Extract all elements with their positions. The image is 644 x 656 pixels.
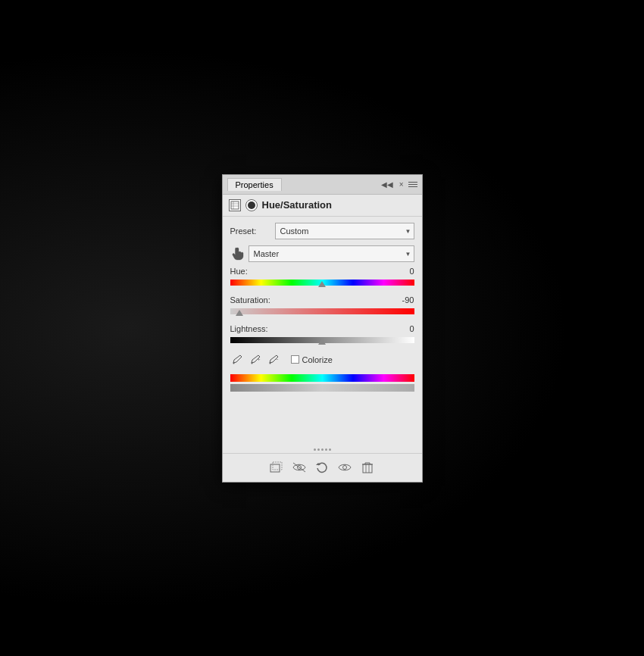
lightness-thumb[interactable] xyxy=(318,339,326,345)
close-button[interactable]: × xyxy=(398,180,405,189)
lightness-slider-track[interactable] xyxy=(230,335,414,345)
saturation-gradient-bar xyxy=(230,308,414,314)
svg-point-14 xyxy=(343,466,347,470)
tab-properties[interactable]: Properties xyxy=(227,178,282,191)
layers-icon xyxy=(229,199,241,211)
reset-icon[interactable] xyxy=(314,460,330,475)
hue-label: Hue: xyxy=(230,267,248,276)
preset-label: Preset: xyxy=(230,226,272,236)
eyedropper-add-icon[interactable]: + xyxy=(249,353,262,367)
svg-point-8 xyxy=(269,362,270,364)
saturation-thumb[interactable] xyxy=(236,310,243,316)
preset-dropdown-container: Custom Default Cyanotype Sepia ▼ xyxy=(275,223,414,239)
visibility-icon[interactable] xyxy=(292,460,307,475)
adjustment-title: Hue/Saturation xyxy=(262,199,332,211)
properties-panel: Properties ◀◀ × Hue/Saturation xyxy=(222,174,423,483)
saturation-value: -90 xyxy=(402,295,414,305)
saturation-label: Saturation: xyxy=(230,295,270,305)
svg-text:+: + xyxy=(258,357,261,361)
saturation-header: Saturation: -90 xyxy=(230,295,414,305)
collapse-button[interactable]: ◀◀ xyxy=(380,180,395,189)
colorize-row: Colorize xyxy=(291,355,333,364)
colorize-checkbox[interactable] xyxy=(291,355,299,364)
hue-thumb[interactable] xyxy=(318,281,326,287)
preset-dropdown[interactable]: Custom Default Cyanotype Sepia xyxy=(275,223,414,239)
hue-slider-track[interactable] xyxy=(230,277,414,288)
lightness-value: 0 xyxy=(409,324,414,333)
preset-row: Preset: Custom Default Cyanotype Sepia ▼ xyxy=(230,223,414,239)
svg-point-5 xyxy=(233,362,234,364)
panel-titlebar: Properties ◀◀ × xyxy=(223,175,422,195)
lightness-section: Lightness: 0 xyxy=(230,324,414,345)
lightness-label: Lightness: xyxy=(230,324,268,333)
panel-menu-icon[interactable] xyxy=(408,182,417,187)
svg-rect-10 xyxy=(270,464,280,472)
saturation-slider-track[interactable] xyxy=(230,306,414,317)
panel-tabs: Properties xyxy=(227,178,282,191)
hue-value: 0 xyxy=(409,267,414,276)
view-eye-icon[interactable] xyxy=(337,460,352,475)
lightness-header: Lightness: 0 xyxy=(230,324,414,333)
svg-point-6 xyxy=(251,362,252,364)
panel-footer xyxy=(223,453,422,482)
drag-dots xyxy=(223,446,422,453)
channel-dropdown[interactable]: Master Reds Yellows Greens Cyans Blues M… xyxy=(249,245,414,262)
panel-body: Preset: Custom Default Cyanotype Sepia ▼ xyxy=(223,217,422,401)
lightness-gradient-bar xyxy=(230,337,414,343)
channel-dropdown-container: Master Reds Yellows Greens Cyans Blues M… xyxy=(249,245,414,262)
hue-header: Hue: 0 xyxy=(230,267,414,276)
delete-icon[interactable] xyxy=(360,460,375,475)
channel-row: Master Reds Yellows Greens Cyans Blues M… xyxy=(230,245,414,262)
saturation-section: Saturation: -90 xyxy=(230,295,414,317)
eyedropper-icon[interactable] xyxy=(230,353,244,367)
svg-rect-15 xyxy=(363,464,372,473)
hand-tool-icon[interactable] xyxy=(230,246,245,261)
eyedropper-remove-icon[interactable]: − xyxy=(267,353,280,367)
output-gray-bar xyxy=(230,384,414,392)
color-bars xyxy=(230,374,414,392)
svg-rect-11 xyxy=(273,462,282,470)
svg-text:−: − xyxy=(276,357,279,361)
output-rainbow-bar xyxy=(230,374,414,382)
svg-rect-0 xyxy=(231,201,239,209)
panel-controls: ◀◀ × xyxy=(380,180,417,189)
colorize-label: Colorize xyxy=(302,355,333,364)
clip-to-mask-icon[interactable] xyxy=(269,460,284,475)
tools-row: + − Colorize xyxy=(230,353,414,367)
panel-spacer xyxy=(223,401,422,446)
hue-section: Hue: 0 xyxy=(230,267,414,288)
svg-point-4 xyxy=(248,201,255,209)
hue-gradient-bar xyxy=(230,280,414,286)
adjustment-circle-icon xyxy=(245,199,258,211)
panel-header: Hue/Saturation xyxy=(223,195,422,217)
